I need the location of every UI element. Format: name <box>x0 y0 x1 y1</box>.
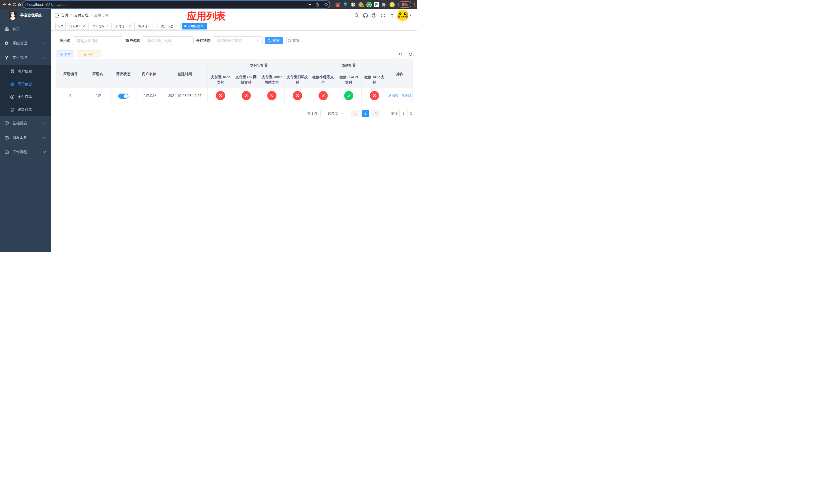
extension-y-icon[interactable] <box>366 2 372 7</box>
browser-forward-icon[interactable] <box>8 3 11 6</box>
app-main: 应用名 商户名称 开启状态 请选择开启状态 搜索 <box>51 30 417 252</box>
monitor-icon <box>4 121 9 125</box>
annotation-title: 应用列表 <box>187 9 226 23</box>
close-icon[interactable] <box>129 25 131 27</box>
page-size-select[interactable]: 10条/页 <box>320 110 346 117</box>
goto-page-input[interactable] <box>399 110 408 117</box>
tab-pay-order[interactable]: 支付订单 <box>113 23 135 29</box>
cell-created: 2021-10-23 08:49:25 <box>162 88 208 103</box>
merchant-name-input[interactable] <box>142 37 194 45</box>
sidebar-item-system[interactable]: 系统管理 <box>0 36 51 50</box>
extension-balloon-icon[interactable] <box>344 2 348 7</box>
col-header-alipay-pc: 支付宝 PC 网站支付 <box>233 71 259 88</box>
table-row: 6 芋道 芋道源码 2021-10-23 08:49:25 <box>56 88 413 103</box>
table-toolbar: 新增 导出 <box>56 50 413 58</box>
header-search-icon[interactable] <box>354 13 359 18</box>
sidebar-item-devtools[interactable]: 研发工具 <box>0 131 51 145</box>
toolbox-icon <box>4 135 9 140</box>
reset-button[interactable]: 重置 <box>286 37 301 44</box>
col-header-id: 应用编号 <box>56 60 85 88</box>
sidebar-item-pay-order[interactable]: 支付订单 <box>0 91 51 103</box>
navbar: 首页 / 支付管理 / 应用信息 <box>51 9 417 22</box>
navbar-actions <box>350 9 412 22</box>
browser-home-icon[interactable] <box>18 3 22 6</box>
tab-home[interactable]: 首页 <box>56 23 66 29</box>
cell-name: 芋道 <box>85 88 111 103</box>
app-window: 芋道管理系统 首页 系统管理 ¥ 支付管理 商户信息 应用信息 <box>0 9 417 252</box>
add-button[interactable]: 新增 <box>56 50 74 58</box>
status-select[interactable]: 请选择开启状态 <box>213 37 263 45</box>
refresh-icon <box>288 39 291 42</box>
tab-user-group[interactable]: 用户分组 <box>90 23 112 29</box>
github-icon[interactable] <box>363 13 368 18</box>
cell-wx-app <box>361 88 387 103</box>
prev-page-button[interactable] <box>351 110 359 117</box>
url-path: :1024/pay/app <box>43 3 66 7</box>
tab-merchant-info[interactable]: 商户信息 <box>159 23 180 29</box>
search-button[interactable]: 搜索 <box>265 37 283 44</box>
switch-knob <box>124 94 128 98</box>
close-icon[interactable] <box>106 25 108 27</box>
page-number[interactable]: 1 <box>362 110 369 117</box>
help-icon[interactable] <box>372 13 376 18</box>
password-key-icon[interactable] <box>307 2 312 7</box>
sidebar-item-home[interactable]: 首页 <box>0 22 51 36</box>
browser-update-button[interactable]: 更新 <box>398 1 411 8</box>
col-header-created: 创建时间 <box>162 60 208 88</box>
address-bar[interactable]: localhost:1024/pay/app <box>23 1 330 8</box>
font-size-icon[interactable] <box>389 13 394 18</box>
sidebar-item-app-info[interactable]: 应用信息 <box>0 78 51 91</box>
cell-merchant: 芋道源码 <box>136 88 162 103</box>
browser-menu-dots-icon[interactable] <box>414 3 415 7</box>
app-title: 芋道管理系统 <box>20 13 42 18</box>
breadcrumb: 首页 / 支付管理 / 应用信息 <box>61 9 109 22</box>
browser-back-icon[interactable] <box>3 3 6 6</box>
search-icon <box>268 39 271 42</box>
col-group-alipay: 支付宝配置 <box>208 60 310 71</box>
cell-id: 6 <box>56 88 85 103</box>
tab-process-form[interactable]: 流程表单 <box>67 23 89 29</box>
breadcrumb-home[interactable]: 首页 <box>61 13 68 18</box>
sidebar-item-infra[interactable]: 基础设施 <box>0 116 51 131</box>
coin-icon <box>10 95 15 99</box>
sidebar-logo[interactable]: 芋道管理系统 <box>0 9 51 22</box>
sidebar-item-refund-order[interactable]: 退款订单 <box>0 103 51 116</box>
logo-avatar <box>9 11 17 20</box>
close-icon[interactable] <box>83 25 85 27</box>
sidebar-item-payment[interactable]: ¥ 支付管理 <box>0 50 51 65</box>
enabled-switch[interactable] <box>118 94 129 99</box>
col-header-alipay-wap: 支付宝 WAP网站支付 <box>259 71 285 88</box>
edit-icon <box>388 94 391 97</box>
browser-reload-icon[interactable] <box>13 3 16 6</box>
close-icon[interactable] <box>152 25 154 27</box>
close-icon[interactable] <box>175 25 177 27</box>
merchant-name-input-wrap <box>142 37 194 45</box>
export-button[interactable]: 导出 <box>77 50 101 58</box>
user-menu[interactable] <box>397 10 412 21</box>
close-icon[interactable] <box>201 25 203 27</box>
hamburger-icon[interactable] <box>54 13 60 18</box>
share-icon[interactable] <box>315 2 319 7</box>
edit-link[interactable]: 修改 <box>388 93 399 98</box>
col-header-name: 应用名 <box>85 60 111 88</box>
chevron-down-icon <box>43 151 46 153</box>
sidebar-item-merchant-info[interactable]: 商户信息 <box>0 65 51 78</box>
profile-emoji-icon[interactable] <box>390 2 395 7</box>
delete-link[interactable]: 删除 <box>401 93 412 98</box>
extension-command-icon[interactable] <box>351 2 356 7</box>
site-info-icon[interactable] <box>25 3 28 6</box>
app-name-input[interactable] <box>73 37 123 45</box>
sidebar-item-workflow[interactable]: 工作流程 <box>0 145 51 159</box>
extension-chat-icon[interactable] <box>374 2 379 7</box>
tab-refund-order[interactable]: 退款订单 <box>136 23 157 29</box>
next-page-button[interactable] <box>372 110 380 117</box>
toggle-search-button[interactable] <box>397 51 404 58</box>
tab-app-info[interactable]: 应用信息 <box>182 23 207 29</box>
bookmark-star-icon[interactable] <box>324 2 328 7</box>
status-icon <box>344 91 353 100</box>
breadcrumb-payment[interactable]: 支付管理 <box>74 13 88 18</box>
fullscreen-icon[interactable] <box>380 13 385 18</box>
extensions-puzzle-icon[interactable] <box>382 2 387 7</box>
refresh-table-button[interactable] <box>407 51 414 58</box>
goto-label: 前往 <box>391 111 398 116</box>
